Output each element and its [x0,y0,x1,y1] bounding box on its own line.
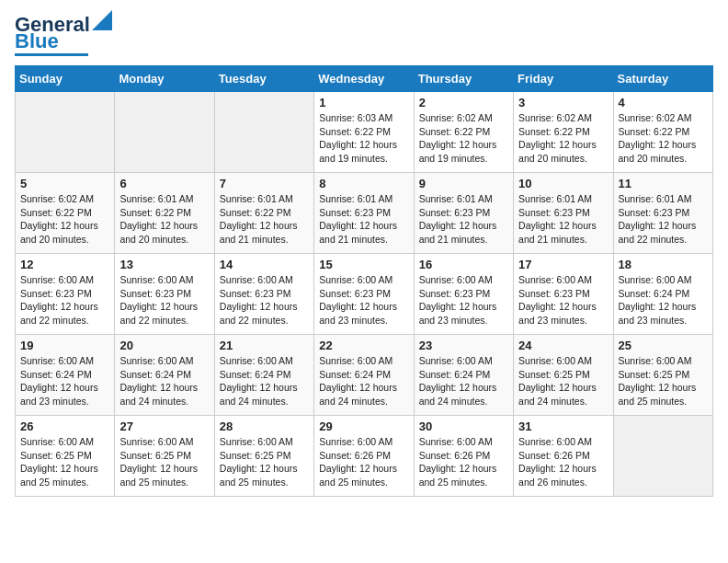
day-number: 7 [220,177,309,190]
day-number: 21 [220,339,309,352]
cell-info: Sunrise: 6:00 AM Sunset: 6:25 PM Dayligh… [220,435,309,489]
cell-info: Sunrise: 6:00 AM Sunset: 6:23 PM Dayligh… [319,273,408,327]
day-number: 26 [20,419,109,433]
calendar-cell: 17Sunrise: 6:00 AM Sunset: 6:23 PM Dayli… [514,254,613,335]
cell-info: Sunrise: 6:00 AM Sunset: 6:25 PM Dayligh… [518,354,608,408]
logo-line [15,53,88,56]
cell-info: Sunrise: 6:00 AM Sunset: 6:23 PM Dayligh… [220,273,309,327]
day-number: 31 [518,419,608,433]
day-number: 12 [20,258,109,271]
page-header: General Blue [15,15,713,56]
cell-info: Sunrise: 6:00 AM Sunset: 6:24 PM Dayligh… [220,354,309,408]
calendar-cell [613,416,712,497]
logo-icon [92,10,112,30]
day-number: 15 [319,258,408,271]
calendar-body: 1Sunrise: 6:03 AM Sunset: 6:22 PM Daylig… [16,92,713,497]
calendar-cell [16,92,115,173]
cell-info: Sunrise: 6:00 AM Sunset: 6:24 PM Dayligh… [319,354,408,408]
calendar-cell: 18Sunrise: 6:00 AM Sunset: 6:24 PM Dayli… [613,254,712,335]
calendar-cell [115,92,214,173]
cell-info: Sunrise: 6:00 AM Sunset: 6:24 PM Dayligh… [419,354,508,408]
day-number: 6 [119,177,209,190]
day-number: 29 [319,419,408,433]
day-number: 5 [20,177,109,190]
cell-info: Sunrise: 6:02 AM Sunset: 6:22 PM Dayligh… [619,111,708,166]
calendar-cell: 4Sunrise: 6:02 AM Sunset: 6:22 PM Daylig… [613,92,712,173]
cell-info: Sunrise: 6:00 AM Sunset: 6:23 PM Dayligh… [119,273,209,327]
weekday-header-wednesday: Wednesday [314,66,414,92]
calendar-cell: 1Sunrise: 6:03 AM Sunset: 6:22 PM Daylig… [314,92,414,173]
cell-info: Sunrise: 6:02 AM Sunset: 6:22 PM Dayligh… [518,111,608,166]
weekday-header-sunday: Sunday [16,66,115,92]
calendar-cell: 8Sunrise: 6:01 AM Sunset: 6:23 PM Daylig… [314,173,414,254]
calendar-cell: 6Sunrise: 6:01 AM Sunset: 6:22 PM Daylig… [115,173,214,254]
day-number: 10 [518,177,608,190]
day-number: 28 [220,419,309,433]
calendar-cell: 7Sunrise: 6:01 AM Sunset: 6:22 PM Daylig… [214,173,313,254]
day-number: 24 [518,339,608,352]
calendar-cell: 21Sunrise: 6:00 AM Sunset: 6:24 PM Dayli… [214,335,313,416]
cell-info: Sunrise: 6:00 AM Sunset: 6:23 PM Dayligh… [20,273,109,327]
calendar-cell: 20Sunrise: 6:00 AM Sunset: 6:24 PM Dayli… [115,335,214,416]
calendar-cell: 3Sunrise: 6:02 AM Sunset: 6:22 PM Daylig… [514,92,613,173]
calendar-cell: 31Sunrise: 6:00 AM Sunset: 6:26 PM Dayli… [514,416,613,497]
calendar-cell: 5Sunrise: 6:02 AM Sunset: 6:22 PM Daylig… [16,173,115,254]
calendar-cell: 19Sunrise: 6:00 AM Sunset: 6:24 PM Dayli… [16,335,115,416]
calendar-cell: 28Sunrise: 6:00 AM Sunset: 6:25 PM Dayli… [214,416,313,497]
day-number: 17 [518,258,608,271]
cell-info: Sunrise: 6:00 AM Sunset: 6:24 PM Dayligh… [20,354,109,408]
cell-info: Sunrise: 6:01 AM Sunset: 6:22 PM Dayligh… [119,192,209,247]
day-number: 25 [619,339,708,352]
cell-info: Sunrise: 6:00 AM Sunset: 6:25 PM Dayligh… [20,435,109,489]
cell-info: Sunrise: 6:00 AM Sunset: 6:26 PM Dayligh… [419,435,508,489]
calendar-cell: 27Sunrise: 6:00 AM Sunset: 6:25 PM Dayli… [115,416,214,497]
week-row-5: 26Sunrise: 6:00 AM Sunset: 6:25 PM Dayli… [16,416,713,497]
cell-info: Sunrise: 6:01 AM Sunset: 6:23 PM Dayligh… [619,192,708,247]
calendar-table: SundayMondayTuesdayWednesdayThursdayFrid… [15,65,713,497]
cell-info: Sunrise: 6:00 AM Sunset: 6:23 PM Dayligh… [419,273,508,327]
cell-info: Sunrise: 6:02 AM Sunset: 6:22 PM Dayligh… [419,111,508,166]
cell-info: Sunrise: 6:01 AM Sunset: 6:23 PM Dayligh… [419,192,508,247]
weekday-header-saturday: Saturday [613,66,712,92]
calendar-cell: 12Sunrise: 6:00 AM Sunset: 6:23 PM Dayli… [16,254,115,335]
day-number: 27 [119,419,209,433]
day-number: 22 [319,339,408,352]
day-number: 4 [619,96,708,109]
calendar-cell: 11Sunrise: 6:01 AM Sunset: 6:23 PM Dayli… [613,173,712,254]
day-number: 13 [119,258,209,271]
cell-info: Sunrise: 6:01 AM Sunset: 6:22 PM Dayligh… [220,192,309,247]
week-row-1: 1Sunrise: 6:03 AM Sunset: 6:22 PM Daylig… [16,92,713,173]
calendar-cell: 15Sunrise: 6:00 AM Sunset: 6:23 PM Dayli… [314,254,414,335]
weekday-header-friday: Friday [514,66,613,92]
logo: General Blue [15,15,112,56]
cell-info: Sunrise: 6:01 AM Sunset: 6:23 PM Dayligh… [518,192,608,247]
cell-info: Sunrise: 6:00 AM Sunset: 6:26 PM Dayligh… [518,435,608,489]
calendar-cell: 22Sunrise: 6:00 AM Sunset: 6:24 PM Dayli… [314,335,414,416]
weekday-header-tuesday: Tuesday [214,66,313,92]
calendar-cell: 14Sunrise: 6:00 AM Sunset: 6:23 PM Dayli… [214,254,313,335]
day-number: 16 [419,258,508,271]
day-number: 20 [119,339,209,352]
cell-info: Sunrise: 6:00 AM Sunset: 6:26 PM Dayligh… [319,435,408,489]
day-number: 1 [319,96,408,109]
calendar-cell: 26Sunrise: 6:00 AM Sunset: 6:25 PM Dayli… [16,416,115,497]
cell-info: Sunrise: 6:03 AM Sunset: 6:22 PM Dayligh… [319,111,408,166]
calendar-cell: 29Sunrise: 6:00 AM Sunset: 6:26 PM Dayli… [314,416,414,497]
calendar-cell: 24Sunrise: 6:00 AM Sunset: 6:25 PM Dayli… [514,335,613,416]
calendar-cell: 10Sunrise: 6:01 AM Sunset: 6:23 PM Dayli… [514,173,613,254]
calendar-cell: 25Sunrise: 6:00 AM Sunset: 6:25 PM Dayli… [613,335,712,416]
cell-info: Sunrise: 6:00 AM Sunset: 6:25 PM Dayligh… [619,354,708,408]
cell-info: Sunrise: 6:00 AM Sunset: 6:24 PM Dayligh… [119,354,209,408]
day-number: 14 [220,258,309,271]
calendar-cell [214,92,313,173]
day-number: 8 [319,177,408,190]
cell-info: Sunrise: 6:00 AM Sunset: 6:23 PM Dayligh… [518,273,608,327]
logo-blue: Blue [15,31,59,52]
day-number: 19 [20,339,109,352]
week-row-3: 12Sunrise: 6:00 AM Sunset: 6:23 PM Dayli… [16,254,713,335]
calendar-cell: 16Sunrise: 6:00 AM Sunset: 6:23 PM Dayli… [414,254,513,335]
day-number: 9 [419,177,508,190]
day-number: 11 [619,177,708,190]
cell-info: Sunrise: 6:00 AM Sunset: 6:25 PM Dayligh… [119,435,209,489]
calendar-header: SundayMondayTuesdayWednesdayThursdayFrid… [16,66,713,92]
